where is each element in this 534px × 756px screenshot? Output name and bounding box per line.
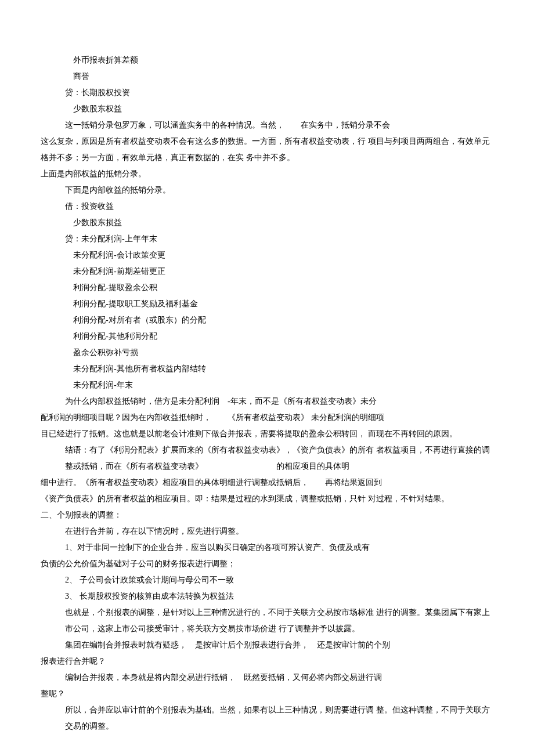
text-line: 未分配利润-会计政策变更 (41, 247, 493, 263)
text-line: 利润分配-对所有者（或股东）的分配 (41, 312, 493, 328)
text-line: 未分配利润-年末 (41, 377, 493, 393)
text-line: 所以，合并应以审计前的个别报表为基础。当然，如果有以上三种情况，则需要进行调 整… (41, 702, 493, 735)
text-line: 利润分配-提取职工奖励及福利基金 (41, 296, 493, 312)
document-page: 外币报表折算差额商誉贷：长期股权投资少数股东权益这一抵销分录包罗万象，可以涵盖实… (0, 0, 534, 756)
text-line: 少数股东权益 (41, 101, 493, 117)
text-line: 贷：长期股权投资 (41, 85, 493, 101)
text-line: 细中进行。《所有者权益变动表》相应项目的具体明细进行调整或抵销后， 再将结果返回… (41, 475, 493, 491)
text-line: 报表进行合并呢？ (41, 653, 493, 670)
text-line: 为什么内部权益抵销时，借方是未分配利润 -年末，而不是《所有者权益变动表》未分 (41, 393, 493, 410)
text-line: 下面是内部收益的抵销分录。 (41, 182, 493, 198)
text-line: 贷：未分配利润-上年年末 (41, 231, 493, 247)
text-line: 二、个别报表的调整： (41, 507, 493, 523)
text-line: 2、 子公司会计政策或会计期间与母公司不一致 (41, 572, 493, 588)
text-line: 整呢？ (41, 686, 493, 702)
text-line: 目已经进行了抵销。这也就是以前老会计准则下做合并报表，需要将提取的盈余公积转回，… (41, 426, 493, 442)
text-line: 集团在编制合并报表时就有疑惑， 是按审计后个别报表进行合并， 还是按审计前的个别 (41, 637, 493, 653)
text-line: 少数股东损益 (41, 215, 493, 231)
text-line: 这一抵销分录包罗万象，可以涵盖实务中的各种情况。当然， 在实务中，抵销分录不会 (41, 117, 493, 133)
text-line: 《资产负债表》的所有者权益的相应项目。即：结果是过程的水到渠成，调整或抵销，只针… (41, 491, 493, 507)
text-line: 上面是内部权益的抵销分录。 (41, 166, 493, 182)
text-line: 编制合并报表，本身就是将内部交易进行抵销， 既然要抵销，又何必将内部交易进行调 (41, 670, 493, 686)
text-line: 利润分配-其他利润分配 (41, 328, 493, 345)
text-line: 也就是，个别报表的调整，是针对以上三种情况进行的，不同于关联方交易按市场标准 进… (41, 605, 493, 637)
text-line: 外币报表折算差额 (41, 52, 493, 68)
text-line: 商誉 (41, 68, 493, 85)
text-line: 在进行合并前，存在以下情况时，应先进行调整。 (41, 523, 493, 540)
text-line: 结语：有了《利润分配表》扩展而来的《所有者权益变动表》，《资产负债表》的所有 者… (41, 442, 493, 475)
text-line: 1、对于非同一控制下的企业合并，应当以购买日确定的各项可辨认资产、负债及或有 (41, 540, 493, 556)
text-line: 借：投资收益 (41, 198, 493, 215)
text-line: 3、 长期股权投资的核算由成本法转换为权益法 (41, 588, 493, 605)
text-line: 未分配利润-其他所有者权益内部结转 (41, 361, 493, 377)
text-line: 负债的公允价值为基础对子公司的财务报表进行调整； (41, 556, 493, 572)
text-line: 盈余公积弥补亏损 (41, 345, 493, 361)
text-line: 未分配利润-前期差错更正 (41, 263, 493, 280)
text-line: 这么复杂，原因是所有者权益变动表不会有这么多的数据。一方面，所有者权益变动表，行… (41, 133, 493, 166)
text-line: 利润分配-提取盈余公积 (41, 280, 493, 296)
text-line: 配利润的明细项目呢？因为在内部收益抵销时， 《所有者权益变动表》 未分配利润的明… (41, 410, 493, 426)
